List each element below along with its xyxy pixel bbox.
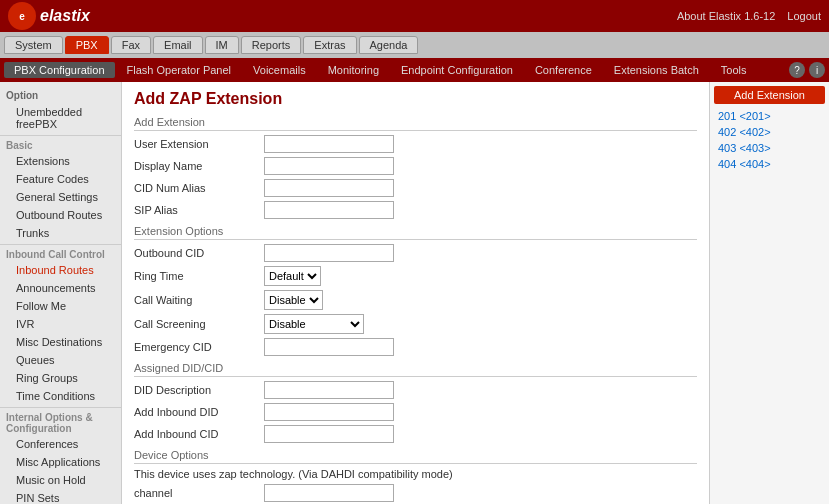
ring-time-label: Ring Time: [134, 270, 264, 282]
user-extension-row: User Extension: [134, 135, 697, 153]
ring-time-select[interactable]: Default: [264, 266, 321, 286]
add-inbound-cid-label: Add Inbound CID: [134, 428, 264, 440]
outbound-cid-label: Outbound CID: [134, 247, 264, 259]
subtab-pbx-config[interactable]: PBX Configuration: [4, 62, 115, 78]
sidebar-option-label: Option: [0, 86, 121, 103]
nav-tabs: System PBX Fax Email IM Reports Extras A…: [0, 32, 829, 58]
sidebar-item-music-hold[interactable]: Music on Hold: [0, 471, 121, 489]
call-screening-select[interactable]: Disable: [264, 314, 364, 334]
sidebar-item-ivr[interactable]: IVR: [0, 315, 121, 333]
add-inbound-did-label: Add Inbound DID: [134, 406, 264, 418]
info-icon[interactable]: i: [809, 62, 825, 78]
ext-link-404[interactable]: 404 <404>: [714, 156, 825, 172]
main-layout: Option Unembedded freePBX Basic Extensio…: [0, 82, 829, 504]
emergency-cid-row: Emergency CID: [134, 338, 697, 356]
subtab-flash-op[interactable]: Flash Operator Panel: [117, 62, 242, 78]
subtab-endpoint[interactable]: Endpoint Configuration: [391, 62, 523, 78]
user-extension-label: User Extension: [134, 138, 264, 150]
content-area: Add ZAP Extension Add Extension User Ext…: [122, 82, 709, 504]
outbound-cid-input[interactable]: [264, 244, 394, 262]
did-description-label: DID Description: [134, 384, 264, 396]
sidebar-item-trunks[interactable]: Trunks: [0, 224, 121, 242]
ring-time-row: Ring Time Default: [134, 266, 697, 286]
logo-text: elastix: [40, 7, 90, 25]
logo: e elastix: [8, 2, 90, 30]
sidebar-item-pin-sets[interactable]: PIN Sets: [0, 489, 121, 504]
cid-num-alias-input[interactable]: [264, 179, 394, 197]
sidebar-item-announcements[interactable]: Announcements: [0, 279, 121, 297]
did-description-row: DID Description: [134, 381, 697, 399]
subtab-voicemails[interactable]: Voicemails: [243, 62, 316, 78]
user-extension-input[interactable]: [264, 135, 394, 153]
tab-system[interactable]: System: [4, 36, 63, 54]
call-waiting-label: Call Waiting: [134, 294, 264, 306]
tab-agenda[interactable]: Agenda: [359, 36, 419, 54]
top-bar: e elastix About Elastix 1.6-12 Logout: [0, 0, 829, 32]
ext-link-201[interactable]: 201 <201>: [714, 108, 825, 124]
zap-info-text: This device uses zap technology. (Via DA…: [134, 468, 697, 480]
sidebar-item-unembedded[interactable]: Unembedded freePBX: [0, 103, 121, 133]
add-extension-section: Add Extension: [134, 116, 697, 131]
sidebar-item-extensions[interactable]: Extensions: [0, 152, 121, 170]
sidebar-item-follow-me[interactable]: Follow Me: [0, 297, 121, 315]
call-waiting-select[interactable]: Disable: [264, 290, 323, 310]
tab-im[interactable]: IM: [205, 36, 239, 54]
sidebar-inbound-label: Inbound Call Control: [0, 244, 121, 261]
sidebar-item-inbound-routes[interactable]: Inbound Routes: [0, 261, 121, 279]
did-description-input[interactable]: [264, 381, 394, 399]
channel-input[interactable]: [264, 484, 394, 502]
top-right: About Elastix 1.6-12 Logout: [677, 10, 821, 22]
cid-num-alias-row: CID Num Alias: [134, 179, 697, 197]
tab-pbx[interactable]: PBX: [65, 36, 109, 54]
emergency-cid-input[interactable]: [264, 338, 394, 356]
call-screening-label: Call Screening: [134, 318, 264, 330]
sub-nav: PBX Configuration Flash Operator Panel V…: [0, 58, 829, 82]
help-icon[interactable]: ?: [789, 62, 805, 78]
ext-link-403[interactable]: 403 <403>: [714, 140, 825, 156]
subtab-ext-batch[interactable]: Extensions Batch: [604, 62, 709, 78]
subtab-monitoring[interactable]: Monitoring: [318, 62, 389, 78]
sidebar-item-queues[interactable]: Queues: [0, 351, 121, 369]
device-options-header: Device Options: [134, 449, 697, 464]
sidebar-item-outbound-routes[interactable]: Outbound Routes: [0, 206, 121, 224]
page-title: Add ZAP Extension: [134, 90, 697, 108]
outbound-cid-row: Outbound CID: [134, 244, 697, 262]
add-inbound-did-row: Add Inbound DID: [134, 403, 697, 421]
logo-icon: e: [8, 2, 36, 30]
display-name-label: Display Name: [134, 160, 264, 172]
display-name-input[interactable]: [264, 157, 394, 175]
add-inbound-cid-row: Add Inbound CID: [134, 425, 697, 443]
sip-alias-label: SIP Alias: [134, 204, 264, 216]
sidebar-item-general-settings[interactable]: General Settings: [0, 188, 121, 206]
subtab-tools[interactable]: Tools: [711, 62, 757, 78]
sidebar-basic-label: Basic: [0, 135, 121, 152]
sidebar-item-ring-groups[interactable]: Ring Groups: [0, 369, 121, 387]
sidebar-item-misc-destinations[interactable]: Misc Destinations: [0, 333, 121, 351]
sidebar-item-conferences[interactable]: Conferences: [0, 435, 121, 453]
tab-email[interactable]: Email: [153, 36, 203, 54]
emergency-cid-label: Emergency CID: [134, 341, 264, 353]
sidebar-item-feature-codes[interactable]: Feature Codes: [0, 170, 121, 188]
add-extension-button[interactable]: Add Extension: [714, 86, 825, 104]
logout-link[interactable]: Logout: [787, 10, 821, 22]
sidebar-item-misc-apps[interactable]: Misc Applications: [0, 453, 121, 471]
call-screening-row: Call Screening Disable: [134, 314, 697, 334]
tab-reports[interactable]: Reports: [241, 36, 302, 54]
tab-fax[interactable]: Fax: [111, 36, 151, 54]
sip-alias-input[interactable]: [264, 201, 394, 219]
call-waiting-row: Call Waiting Disable: [134, 290, 697, 310]
add-inbound-cid-input[interactable]: [264, 425, 394, 443]
channel-row: channel: [134, 484, 697, 502]
ext-link-402[interactable]: 402 <402>: [714, 124, 825, 140]
assigned-did-header: Assigned DID/CID: [134, 362, 697, 377]
channel-label: channel: [134, 487, 264, 499]
tab-extras[interactable]: Extras: [303, 36, 356, 54]
sip-alias-row: SIP Alias: [134, 201, 697, 219]
sub-nav-icons: ? i: [789, 62, 825, 78]
cid-num-alias-label: CID Num Alias: [134, 182, 264, 194]
sidebar-item-time-conditions[interactable]: Time Conditions: [0, 387, 121, 405]
add-inbound-did-input[interactable]: [264, 403, 394, 421]
sidebar: Option Unembedded freePBX Basic Extensio…: [0, 82, 122, 504]
about-link[interactable]: About Elastix 1.6-12: [677, 10, 775, 22]
subtab-conference[interactable]: Conference: [525, 62, 602, 78]
